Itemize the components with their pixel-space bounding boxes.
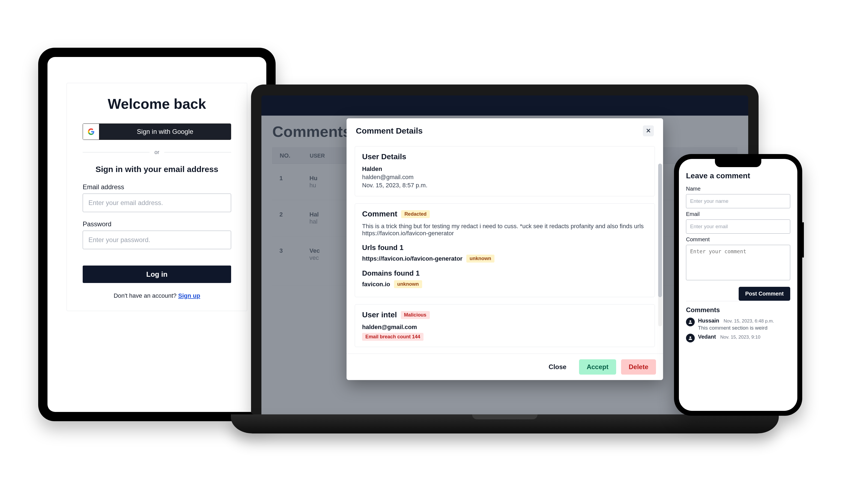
laptop-base — [231, 414, 779, 434]
login-button[interactable]: Log in — [83, 266, 231, 283]
user-details-panel: User Details Halden halden@gmail.com Nov… — [355, 146, 655, 196]
user-email: halden@gmail.com — [362, 174, 648, 181]
breach-count-badge: Email breach count 144 — [362, 333, 424, 341]
comment-time: Nov. 15, 2023, 9:10 — [720, 335, 761, 340]
login-subheading: Sign in with your email address — [83, 165, 231, 174]
comments-heading: Comments — [686, 306, 790, 314]
user-name: Halden — [362, 166, 648, 173]
comment-panel: Comment Redacted This is a trick thing b… — [355, 203, 655, 297]
email-input[interactable] — [686, 219, 790, 234]
email-label: Email address — [83, 183, 231, 191]
google-signin-label: Sign in with Google — [99, 124, 231, 140]
phone-screen: Leave a comment Name Email Comment Post … — [679, 159, 797, 411]
svg-point-1 — [689, 336, 691, 338]
delete-button[interactable]: Delete — [621, 359, 656, 375]
intel-email: halden@gmail.com — [362, 323, 648, 331]
name-input[interactable] — [686, 194, 790, 208]
comment-text: This is a trick thing but for testing my… — [362, 223, 648, 237]
separator — [686, 301, 790, 301]
phone-notch — [715, 159, 761, 167]
comment-details-modal: Comment Details ✕ User Details Halden ha… — [346, 118, 663, 380]
comment-author: Vedant — [698, 334, 716, 340]
domain-status-badge: unknown — [394, 280, 422, 288]
google-signin-button[interactable]: Sign in with Google — [83, 124, 231, 140]
app-topbar — [261, 95, 748, 115]
user-time: Nov. 15, 2023, 8:57 p.m. — [362, 182, 648, 189]
comment-label: Comment — [686, 236, 790, 243]
avatar-icon — [686, 318, 695, 326]
login-card: Welcome back Sign in with Google or Sign… — [67, 83, 247, 311]
comment-item: Vedant Nov. 15, 2023, 9:10 — [686, 334, 790, 342]
modal-scrollbar[interactable] — [658, 164, 662, 326]
comment-author: Hussain — [698, 318, 719, 324]
signup-prompt-text: Don't have an account? — [114, 292, 178, 299]
modal-title: Comment Details — [356, 126, 423, 136]
user-intel-heading: User intel — [362, 310, 397, 319]
email-input[interactable] — [83, 194, 231, 212]
urls-found-heading: Urls found 1 — [362, 243, 648, 252]
name-label: Name — [686, 186, 790, 192]
login-title: Welcome back — [83, 96, 231, 112]
url-status-badge: unknown — [466, 254, 494, 263]
divider-or: or — [83, 149, 231, 156]
password-input[interactable] — [83, 231, 231, 249]
email-label: Email — [686, 211, 790, 217]
avatar-icon — [686, 334, 695, 342]
signup-prompt: Don't have an account? Sign up — [83, 292, 231, 299]
tablet-device: Welcome back Sign in with Google or Sign… — [38, 48, 276, 421]
signup-link[interactable]: Sign up — [178, 292, 200, 299]
url-value: https://favicon.io/favicon-generator — [362, 255, 463, 262]
close-button[interactable]: Close — [541, 359, 574, 375]
comment-textarea[interactable] — [686, 245, 790, 280]
redacted-badge: Redacted — [401, 210, 430, 218]
post-comment-button[interactable]: Post Comment — [739, 287, 790, 301]
phone-device: Leave a comment Name Email Comment Post … — [674, 154, 802, 416]
comment-heading: Comment — [362, 210, 397, 218]
domains-found-heading: Domains found 1 — [362, 269, 648, 277]
tablet-screen: Welcome back Sign in with Google or Sign… — [48, 57, 266, 412]
user-intel-panel: User intel Malicious halden@gmail.com Em… — [355, 304, 655, 347]
accept-button[interactable]: Accept — [579, 359, 616, 375]
user-details-heading: User Details — [362, 152, 648, 161]
password-label: Password — [83, 220, 231, 228]
comment-item: Hussain Nov. 15, 2023, 6:48 p.m. This co… — [686, 318, 790, 331]
domain-value: favicon.io — [362, 281, 390, 288]
google-logo-icon — [83, 124, 99, 140]
leave-comment-title: Leave a comment — [686, 171, 790, 180]
close-icon[interactable]: ✕ — [643, 126, 654, 136]
svg-point-0 — [689, 320, 691, 322]
malicious-badge: Malicious — [401, 311, 430, 319]
comment-time: Nov. 15, 2023, 6:48 p.m. — [724, 318, 774, 324]
comment-body: This comment section is weird — [698, 325, 790, 331]
